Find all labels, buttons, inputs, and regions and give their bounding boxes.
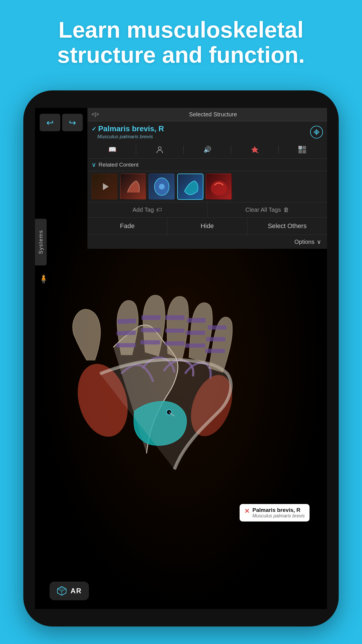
panel-nav-icon: <|> (92, 111, 99, 118)
structure-name-row: ✓ Palmaris brevis, R Musculus palmaris b… (87, 121, 327, 141)
back-button[interactable]: ↩ (40, 114, 60, 131)
related-content-label: Related Content (99, 162, 138, 168)
ar-label: AR (71, 587, 82, 595)
toolbar-divider-4 (278, 145, 279, 154)
toolbar-divider-1 (136, 145, 136, 154)
svg-rect-11 (187, 318, 206, 323)
annotation-main-name: Palmaris brevis, R (252, 507, 305, 513)
options-label: Options (294, 239, 314, 245)
structure-name: ✓ Palmaris brevis, R Musculus palmaris b… (92, 124, 164, 140)
options-chevron: ∨ (317, 238, 321, 245)
toolbar-divider-2 (183, 145, 184, 154)
structure-main-name: ✓ Palmaris brevis, R (92, 124, 164, 133)
select-others-button[interactable]: Select Others (247, 218, 327, 235)
annotation-sub-name: Musculus palmaris brevis (252, 513, 305, 519)
svg-rect-10 (165, 341, 184, 346)
phone-frame: ↩ ↪ Systems 🧍 <|> Selected Structure (23, 90, 339, 626)
svg-rect-7 (140, 340, 160, 344)
svg-rect-5 (141, 315, 161, 320)
thumbnail-4[interactable] (177, 174, 203, 200)
thumbnails-row (87, 171, 327, 202)
nav-buttons-container: ↩ ↪ (35, 114, 87, 131)
related-content-header[interactable]: ∨ Related Content (87, 159, 327, 171)
trash-icon: 🗑 (283, 206, 289, 213)
thumbnail-3[interactable] (149, 174, 175, 200)
svg-rect-3 (117, 330, 136, 335)
tag-row: Add Tag 🏷 Clear All Tags 🗑 (87, 202, 327, 218)
svg-rect-12 (186, 331, 205, 335)
fade-button[interactable]: Fade (87, 218, 167, 235)
svg-rect-24 (303, 150, 306, 153)
systems-tab[interactable]: Systems (35, 219, 47, 265)
clear-tags-button[interactable]: Clear All Tags 🗑 (208, 202, 327, 217)
thumbnail-5[interactable] (206, 174, 232, 200)
add-tag-label: Add Tag (133, 206, 154, 213)
add-tag-button[interactable]: Add Tag 🏷 (87, 202, 208, 217)
tag-icon: 🏷 (156, 206, 162, 213)
ar-cube-icon (57, 586, 67, 596)
svg-rect-4 (117, 343, 136, 348)
svg-rect-23 (298, 150, 302, 153)
figure-icon[interactable]: 🧍 (38, 274, 49, 284)
target-inner-circle (314, 130, 319, 134)
person-button[interactable] (139, 143, 180, 156)
options-row: Options ∨ (87, 235, 327, 249)
svg-rect-9 (165, 328, 184, 333)
svg-marker-30 (57, 587, 66, 591)
action-row: Fade Hide Select Others (87, 218, 327, 235)
annotation-close-button[interactable]: ✕ (244, 508, 249, 515)
structure-name-text: Palmaris brevis, R (98, 124, 164, 133)
related-content-chevron: ∨ (92, 161, 96, 169)
pin-button[interactable] (234, 143, 275, 156)
annotation-label: ✕ Palmaris brevis, R Musculus palmaris b… (240, 504, 310, 522)
structure-sub-name: Musculus palmaris brevis (97, 134, 164, 140)
thumbnail-2[interactable] (120, 174, 146, 200)
options-button[interactable]: Options ∨ (294, 238, 321, 245)
svg-rect-14 (208, 325, 226, 330)
svg-rect-8 (165, 315, 184, 320)
toolbar-divider-3 (231, 145, 231, 154)
svg-rect-2 (117, 318, 136, 324)
svg-rect-22 (303, 146, 306, 149)
svg-point-27 (159, 184, 165, 190)
svg-rect-16 (205, 349, 225, 353)
check-icon: ✓ (92, 125, 96, 132)
toolbar: 📖 🔊 (87, 141, 327, 159)
ar-button[interactable]: AR (50, 582, 89, 600)
layout-button[interactable] (282, 143, 323, 156)
book-button[interactable]: 📖 (92, 143, 133, 156)
svg-rect-13 (185, 343, 205, 348)
target-icon[interactable] (310, 126, 323, 139)
nav-arrows: <|> (92, 111, 99, 118)
selected-structure-label: Selected Structure (103, 111, 323, 118)
systems-label: Systems (38, 230, 44, 254)
svg-rect-15 (206, 337, 226, 342)
svg-point-19 (158, 147, 161, 150)
structure-header-bar: <|> Selected Structure (87, 108, 327, 121)
hide-button[interactable]: Hide (167, 218, 247, 235)
svg-marker-25 (103, 183, 109, 190)
svg-rect-6 (141, 328, 161, 332)
phone-screen: ↩ ↪ Systems 🧍 <|> Selected Structure (35, 108, 327, 609)
forward-button[interactable]: ↪ (62, 114, 83, 131)
anatomy-3d-view[interactable] (35, 190, 312, 609)
sound-button[interactable]: 🔊 (187, 143, 228, 156)
thumbnail-1[interactable] (92, 174, 118, 200)
top-panel: <|> Selected Structure ✓ Palmaris brevis… (87, 108, 327, 249)
page-title: Learn musculoskeletal structure and func… (0, 18, 362, 68)
clear-tags-label: Clear All Tags (245, 206, 281, 213)
annotation-text: Palmaris brevis, R Musculus palmaris bre… (252, 507, 305, 519)
